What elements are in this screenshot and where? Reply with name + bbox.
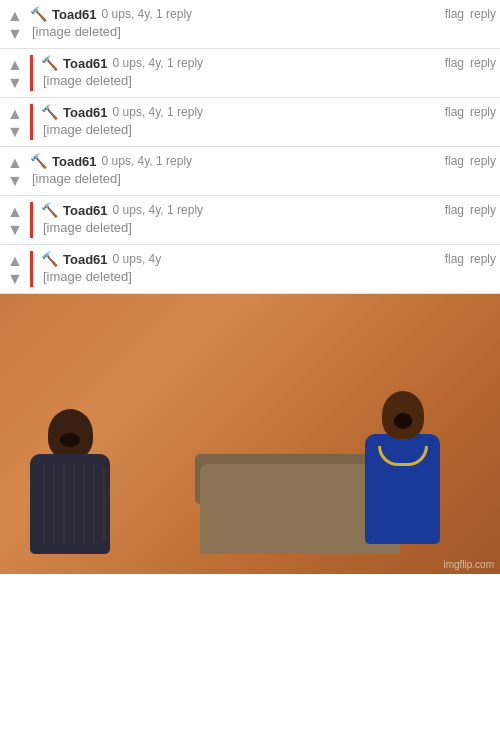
flag-link-2[interactable]: flag [445, 56, 464, 70]
meta-info-5: 0 ups, 4y, 1 reply [113, 203, 204, 217]
username-6: Toad61 [63, 252, 108, 267]
username-1: Toad61 [52, 7, 97, 22]
vote-column-4: ▲ ▼ [4, 155, 26, 189]
comment-block-5: ▲ ▼ 🔨 Toad61 0 ups, 4y, 1 reply flag rep… [0, 196, 500, 245]
username-3: Toad61 [63, 105, 108, 120]
meme-image: imgflip.com [0, 294, 500, 574]
watermark: imgflip.com [443, 559, 494, 570]
meta-info-1: 0 ups, 4y, 1 reply [102, 7, 193, 21]
comment-meta-2: 🔨 Toad61 0 ups, 4y, 1 reply flag reply [41, 55, 496, 71]
meta-info-4: 0 ups, 4y, 1 reply [102, 154, 193, 168]
comment-content-5: 🔨 Toad61 0 ups, 4y, 1 reply flag reply [… [41, 202, 496, 235]
head-left [48, 409, 93, 459]
upvote-button-2[interactable]: ▲ [7, 57, 23, 73]
comment-content-4: 🔨 Toad61 0 ups, 4y, 1 reply flag reply [… [30, 153, 496, 186]
vote-column-3: ▲ ▼ [4, 106, 26, 140]
movie-scene-background: imgflip.com [0, 294, 500, 574]
downvote-button-2[interactable]: ▼ [7, 75, 23, 91]
comment-content-3: 🔨 Toad61 0 ups, 4y, 1 reply flag reply [… [41, 104, 496, 137]
meta-info-3: 0 ups, 4y, 1 reply [113, 105, 204, 119]
comment-content-6: 🔨 Toad61 0 ups, 4y flag reply [image del… [41, 251, 496, 284]
comment-body-2: [image deleted] [41, 73, 496, 88]
reply-link-2[interactable]: reply [470, 56, 496, 70]
comment-body-3: [image deleted] [41, 122, 496, 137]
comment-block-6: ▲ ▼ 🔨 Toad61 0 ups, 4y flag reply [image… [0, 245, 500, 294]
comment-body-6: [image deleted] [41, 269, 496, 284]
flag-link-6[interactable]: flag [445, 252, 464, 266]
comment-meta-3: 🔨 Toad61 0 ups, 4y, 1 reply flag reply [41, 104, 496, 120]
user-icon-2: 🔨 [41, 55, 58, 71]
figure-left [30, 409, 110, 554]
comment-body-1: [image deleted] [30, 24, 496, 39]
downvote-button-6[interactable]: ▼ [7, 271, 23, 287]
comment-meta-4: 🔨 Toad61 0 ups, 4y, 1 reply flag reply [30, 153, 496, 169]
username-2: Toad61 [63, 56, 108, 71]
user-icon-5: 🔨 [41, 202, 58, 218]
indent-bar-3 [30, 104, 33, 140]
username-4: Toad61 [52, 154, 97, 169]
flag-link-1[interactable]: flag [445, 7, 464, 21]
reply-link-4[interactable]: reply [470, 154, 496, 168]
reply-link-3[interactable]: reply [470, 105, 496, 119]
comment-meta-1: 🔨 Toad61 0 ups, 4y, 1 reply flag reply [30, 6, 496, 22]
upvote-button-5[interactable]: ▲ [7, 204, 23, 220]
comment-block-3: ▲ ▼ 🔨 Toad61 0 ups, 4y, 1 reply flag rep… [0, 98, 500, 147]
user-icon-6: 🔨 [41, 251, 58, 267]
comment-content-2: 🔨 Toad61 0 ups, 4y, 1 reply flag reply [… [41, 55, 496, 88]
meta-actions-1: flag reply [445, 7, 496, 21]
upvote-button-6[interactable]: ▲ [7, 253, 23, 269]
meta-info-2: 0 ups, 4y, 1 reply [113, 56, 204, 70]
meta-actions-4: flag reply [445, 154, 496, 168]
upvote-button-3[interactable]: ▲ [7, 106, 23, 122]
chain [378, 446, 428, 466]
flag-link-4[interactable]: flag [445, 154, 464, 168]
downvote-button-3[interactable]: ▼ [7, 124, 23, 140]
flag-link-5[interactable]: flag [445, 203, 464, 217]
meta-actions-3: flag reply [445, 105, 496, 119]
comment-block-1: ▲ ▼ 🔨 Toad61 0 ups, 4y, 1 reply flag rep… [0, 0, 500, 49]
user-icon-3: 🔨 [41, 104, 58, 120]
figure-right [365, 391, 440, 544]
downvote-button-4[interactable]: ▼ [7, 173, 23, 189]
indent-bar-6 [30, 251, 33, 287]
comment-meta-6: 🔨 Toad61 0 ups, 4y flag reply [41, 251, 496, 267]
comment-body-4: [image deleted] [30, 171, 496, 186]
body-right [365, 434, 440, 544]
user-icon-1: 🔨 [30, 6, 47, 22]
meta-info-6: 0 ups, 4y [113, 252, 162, 266]
vote-column-1: ▲ ▼ [4, 8, 26, 42]
upvote-button-4[interactable]: ▲ [7, 155, 23, 171]
meta-actions-6: flag reply [445, 252, 496, 266]
comment-block-4: ▲ ▼ 🔨 Toad61 0 ups, 4y, 1 reply flag rep… [0, 147, 500, 196]
meta-actions-2: flag reply [445, 56, 496, 70]
vote-column-6: ▲ ▼ [4, 253, 26, 287]
vote-column-5: ▲ ▼ [4, 204, 26, 238]
mouth-right [394, 413, 412, 429]
username-5: Toad61 [63, 203, 108, 218]
body-left [30, 454, 110, 554]
comment-meta-5: 🔨 Toad61 0 ups, 4y, 1 reply flag reply [41, 202, 496, 218]
downvote-button-5[interactable]: ▼ [7, 222, 23, 238]
comment-content-1: 🔨 Toad61 0 ups, 4y, 1 reply flag reply [… [30, 6, 496, 39]
user-icon-4: 🔨 [30, 153, 47, 169]
vote-column-2: ▲ ▼ [4, 57, 26, 91]
reply-link-6[interactable]: reply [470, 252, 496, 266]
reply-link-1[interactable]: reply [470, 7, 496, 21]
upvote-button-1[interactable]: ▲ [7, 8, 23, 24]
comment-block-2: ▲ ▼ 🔨 Toad61 0 ups, 4y, 1 reply flag rep… [0, 49, 500, 98]
indent-bar-2 [30, 55, 33, 91]
mouth-left [60, 433, 80, 447]
flag-link-3[interactable]: flag [445, 105, 464, 119]
reply-link-5[interactable]: reply [470, 203, 496, 217]
comment-body-5: [image deleted] [41, 220, 496, 235]
downvote-button-1[interactable]: ▼ [7, 26, 23, 42]
meta-actions-5: flag reply [445, 203, 496, 217]
indent-bar-5 [30, 202, 33, 238]
head-right [382, 391, 424, 439]
